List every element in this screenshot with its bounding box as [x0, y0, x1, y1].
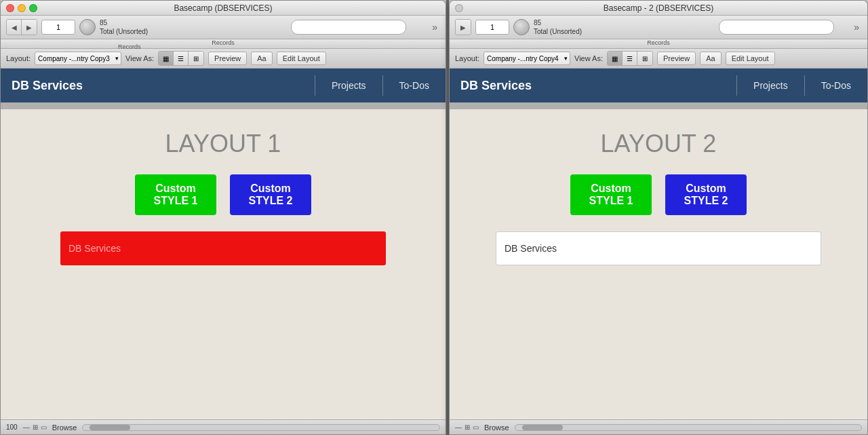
db-field-red-1: DB Services — [60, 231, 386, 265]
layout-label-2: Layout: — [455, 54, 479, 62]
db-field-text-2: DB Services — [505, 243, 557, 254]
window-title-1: Basecamp (DBSERVICES) — [174, 3, 272, 13]
scrollbar-thumb-1 — [90, 425, 130, 430]
view-buttons-2: ▦ ☰ ⊞ — [607, 51, 653, 66]
toolbar-2: ▶ 85 Total (Unsorted) 🔍 » — [450, 16, 867, 39]
layout-title-2: LAYOUT 2 — [601, 130, 717, 158]
nav-brand-2: DB Services — [460, 79, 532, 93]
status-icon-plus-2[interactable]: ⊞ — [465, 423, 470, 431]
records-label-1: Records — [118, 43, 141, 50]
view-as-label-1: View As: — [125, 54, 154, 62]
prev-arrow-1[interactable]: ◀ — [7, 20, 22, 35]
buttons-row-2: CustomSTYLE 1 CustomSTYLE 2 — [570, 174, 747, 215]
nav-todos-2[interactable]: To-Dos — [816, 80, 856, 91]
content-area-1: LAYOUT 1 CustomSTYLE 1 CustomSTYLE 2 DB … — [1, 109, 446, 419]
custom-style-2-button-1[interactable]: CustomSTYLE 2 — [230, 174, 311, 215]
layout-select-2[interactable]: Company -...ntry Copy4 — [484, 52, 570, 65]
status-mode-1: Browse — [52, 423, 77, 432]
status-bar-1: 100 — ⊞ ▭ Browse — [1, 419, 446, 434]
status-icons-1: — ⊞ ▭ — [23, 423, 47, 431]
records-center-label-1: Records — [212, 39, 235, 46]
custom-style-1-button-2[interactable]: CustomSTYLE 1 — [570, 174, 652, 215]
view-btn-list-2[interactable]: ☰ — [623, 52, 637, 65]
status-icon-min-1[interactable]: ▭ — [41, 423, 47, 431]
next-arrow-1[interactable]: ▶ — [22, 20, 37, 35]
expand-icon-1[interactable]: » — [429, 22, 440, 33]
window-controls-1 — [6, 4, 37, 12]
edit-layout-button-1[interactable]: Edit Layout — [277, 52, 326, 65]
nav-bar-2: DB Services Projects To-Dos — [450, 69, 867, 102]
scrollbar-thumb-2 — [522, 425, 563, 430]
window-2: Basecamp - 2 (DBSERVICES) ▶ 85 Total (Un… — [449, 0, 868, 435]
nav-projects-2[interactable]: Projects — [748, 80, 793, 91]
spinner-1 — [79, 19, 96, 35]
minimize-button-1[interactable] — [18, 4, 26, 12]
view-as-label-2: View As: — [574, 54, 603, 62]
records-row-1: Records — [1, 39, 446, 49]
preview-button-1[interactable]: Preview — [208, 52, 247, 65]
next-arrow-2[interactable]: ▶ — [456, 20, 471, 35]
title-bar-2: Basecamp - 2 (DBSERVICES) — [450, 1, 867, 16]
layout-bar-1: Layout: Company -...ntry Copy3 View As: … — [1, 49, 446, 69]
spinner-2 — [513, 19, 530, 35]
window-1: Basecamp (DBSERVICES) ◀ ▶ 85 Total (Unso… — [0, 0, 446, 435]
custom-style-2-button-2[interactable]: CustomSTYLE 2 — [665, 174, 747, 215]
nav-brand-1: DB Services — [12, 79, 83, 93]
nav-bar-1: DB Services Projects To-Dos — [1, 69, 446, 102]
gray-band-2 — [450, 102, 867, 109]
search-wrapper-2: 🔍 — [719, 20, 848, 35]
search-wrapper-1: 🔍 — [291, 20, 426, 35]
layout-select-wrapper-2[interactable]: Company -...ntry Copy4 — [484, 52, 570, 65]
records-info-2: 85 Total (Unsorted) — [534, 18, 582, 36]
scrollbar-2[interactable] — [515, 424, 862, 431]
nav-arrows-1: ◀ ▶ — [6, 19, 37, 35]
layout-title-1: LAYOUT 1 — [165, 130, 281, 158]
maximize-button-1[interactable] — [29, 4, 37, 12]
nav-divider-3 — [736, 75, 737, 96]
record-input-2[interactable] — [475, 20, 509, 35]
db-field-text-1: DB Services — [68, 243, 121, 254]
window-title-2: Basecamp - 2 (DBSERVICES) — [604, 3, 714, 13]
nav-arrows-2: ▶ — [455, 19, 471, 35]
view-buttons-1: ▦ ☰ ⊞ — [158, 51, 204, 66]
nav-divider-4 — [804, 75, 805, 96]
buttons-row-1: CustomSTYLE 1 CustomSTYLE 2 — [135, 174, 311, 215]
aa-button-1[interactable]: Aa — [251, 52, 272, 65]
nav-projects-1[interactable]: Projects — [326, 80, 372, 91]
search-input-2[interactable] — [719, 20, 834, 35]
status-icon-resize-1[interactable]: ⊞ — [33, 423, 38, 431]
records-info-1: 85 Total (Unsorted) — [100, 18, 148, 36]
content-area-2: LAYOUT 2 CustomSTYLE 1 CustomSTYLE 2 DB … — [450, 109, 867, 419]
status-icon-minus-1: — — [23, 423, 30, 431]
nav-divider-1 — [315, 75, 315, 96]
status-bar-2: — ⊞ ▭ Browse — [450, 419, 867, 434]
scrollbar-1[interactable] — [82, 424, 440, 431]
status-icon-minus-2: — — [455, 423, 462, 431]
status-icon-min-2[interactable]: ▭ — [473, 423, 479, 431]
status-mode-2: Browse — [484, 423, 509, 432]
layout-select-wrapper-1[interactable]: Company -...ntry Copy3 — [35, 52, 121, 65]
status-number-1: 100 — [6, 423, 18, 431]
db-field-white-2: DB Services — [496, 231, 821, 265]
search-input-1[interactable] — [291, 20, 406, 35]
edit-layout-button-2[interactable]: Edit Layout — [726, 52, 775, 65]
custom-style-1-button-1[interactable]: CustomSTYLE 1 — [135, 174, 216, 215]
view-btn-form-2[interactable]: ▦ — [608, 52, 623, 65]
close-button-1[interactable] — [6, 4, 14, 12]
close-button-2[interactable] — [455, 4, 463, 12]
aa-button-2[interactable]: Aa — [700, 52, 721, 65]
title-bar-1: Basecamp (DBSERVICES) — [1, 1, 446, 16]
view-btn-list-1[interactable]: ☰ — [174, 52, 189, 65]
nav-todos-1[interactable]: To-Dos — [394, 80, 435, 91]
expand-icon-2[interactable]: » — [851, 22, 862, 33]
records-row-2: Records — [450, 39, 867, 49]
view-btn-table-2[interactable]: ⊞ — [637, 52, 652, 65]
layout-bar-2: Layout: Company -...ntry Copy4 View As: … — [450, 49, 867, 69]
view-btn-form-1[interactable]: ▦ — [159, 52, 174, 65]
view-btn-table-1[interactable]: ⊞ — [189, 52, 203, 65]
gray-band-1 — [1, 102, 446, 109]
nav-divider-2 — [382, 75, 383, 96]
layout-select-1[interactable]: Company -...ntry Copy3 — [35, 52, 121, 65]
record-input-1[interactable] — [41, 20, 75, 35]
preview-button-2[interactable]: Preview — [657, 52, 696, 65]
